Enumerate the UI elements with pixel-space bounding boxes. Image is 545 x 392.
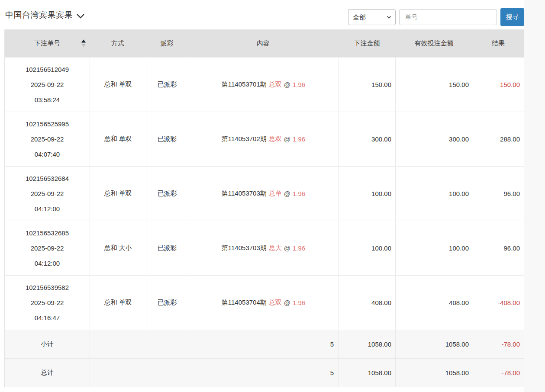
header-order-id-label: 下注单号 (34, 39, 60, 48)
table-header-row: 下注单号 方式 派彩 内容 下注金额 有效投注金额 结果 (5, 29, 524, 57)
content-pick: 总双 (269, 299, 282, 307)
result-cell: 96.00 (473, 167, 524, 221)
sort-asc-icon (81, 40, 86, 43)
content-pick: 总双 (269, 80, 282, 89)
order-date: 2025-09-22 (31, 295, 64, 310)
content-odds: 1.96 (293, 190, 305, 197)
order-number-input[interactable] (399, 9, 497, 25)
header-order-id[interactable]: 下注单号 (5, 29, 90, 57)
order-cell: 102156512049 2025-09-22 03:58:24 (5, 58, 90, 112)
content-odds: 1.96 (293, 135, 305, 143)
method-cell: 总和 单双 (90, 58, 146, 112)
content-period: 第114053703期 (222, 244, 267, 252)
bet-amount-cell: 100.00 (339, 167, 395, 221)
valid-amount-cell: 408.00 (395, 276, 473, 330)
game-selector[interactable]: 中国台湾宾果宾果 (5, 10, 85, 21)
order-time: 04:16:47 (35, 310, 60, 325)
result-cell: 96.00 (473, 221, 524, 275)
at-sign: @ (284, 81, 290, 88)
total-label: 总计 (5, 359, 90, 387)
header-result: 结果 (473, 29, 524, 57)
order-id: 102156539582 (26, 280, 69, 295)
order-cell: 102156525995 2025-09-22 04:07:40 (5, 112, 90, 166)
order-id: 102156532685 (26, 225, 69, 241)
table-body: 102156512049 2025-09-22 03:58:24 总和 单双 已… (5, 57, 524, 330)
page-background-strip (524, 0, 545, 392)
subtotal-valid-amount: 1058.00 (395, 330, 473, 358)
sort-desc-icon (81, 44, 86, 47)
order-date: 2025-09-22 (31, 132, 64, 147)
at-sign: @ (284, 244, 290, 252)
content-cell: 第114053703期 总单 @ 1.96 (188, 167, 339, 221)
header-method: 方式 (90, 29, 146, 57)
content-period: 第114053703期 (222, 190, 267, 198)
order-cell: 102156532684 2025-09-22 04:12:00 (5, 167, 90, 221)
sort-icons (81, 40, 86, 47)
valid-amount-cell: 300.00 (395, 112, 473, 166)
order-date: 2025-09-22 (31, 77, 64, 92)
subtotal-label: 小计 (5, 330, 90, 358)
content-cell: 第114053703期 总大 @ 1.96 (188, 221, 339, 275)
header-valid-amount: 有效投注金额 (395, 29, 473, 57)
header-bet-amount: 下注金额 (339, 29, 395, 57)
bet-type-select[interactable]: 全部 (348, 9, 396, 25)
table-row: 102156532684 2025-09-22 04:12:00 总和 单双 已… (5, 166, 524, 221)
order-date: 2025-09-22 (31, 241, 64, 256)
content-period: 第114053704期 (222, 299, 267, 307)
content-odds: 1.96 (293, 299, 305, 306)
content-pick: 总双 (269, 135, 282, 143)
page-title: 中国台湾宾果宾果 (5, 10, 73, 21)
bet-amount-cell: 300.00 (339, 112, 395, 166)
subtotal-row: 小计 5 1058.00 1058.00 -78.00 (5, 330, 524, 358)
order-time: 03:58:24 (35, 92, 60, 107)
search-controls: 全部 搜寻 (348, 8, 524, 26)
total-bet-amount: 1058.00 (339, 359, 395, 387)
content-cell: 第114053704期 总双 @ 1.96 (188, 276, 339, 330)
valid-amount-cell: 100.00 (395, 221, 473, 275)
total-valid-amount: 1058.00 (395, 359, 473, 387)
order-date: 2025-09-22 (31, 186, 64, 201)
at-sign: @ (284, 135, 290, 143)
content-period: 第114053702期 (222, 135, 267, 143)
table-row: 102156512049 2025-09-22 03:58:24 总和 单双 已… (5, 57, 524, 112)
total-result: -78.00 (473, 359, 524, 387)
content-period: 第114053701期 (222, 80, 267, 89)
page: 中国台湾宾果宾果 全部 搜寻 下注单号 (0, 0, 545, 392)
header-payout: 派彩 (146, 29, 188, 57)
bet-records-table: 下注单号 方式 派彩 内容 下注金额 有效投注金额 结果 10215651204… (4, 29, 524, 387)
payout-cell: 已派彩 (146, 221, 188, 275)
header-content: 内容 (188, 29, 339, 57)
order-id: 102156532684 (26, 171, 69, 186)
topbar: 中国台湾宾果宾果 全部 搜寻 (0, 0, 524, 29)
payout-cell: 已派彩 (146, 167, 188, 221)
order-cell: 102156539582 2025-09-22 04:16:47 (5, 276, 90, 330)
bet-type-select-wrap: 全部 (348, 9, 396, 25)
search-button[interactable]: 搜寻 (500, 8, 524, 26)
subtotal-result: -78.00 (473, 330, 524, 358)
subtotal-bet-amount: 1058.00 (339, 330, 395, 358)
order-id: 102156525995 (26, 116, 69, 132)
order-cell: 102156532685 2025-09-22 04:12:00 (5, 221, 90, 275)
bet-amount-cell: 150.00 (339, 58, 395, 112)
total-row: 总计 5 1058.00 1058.00 -78.00 (5, 358, 524, 387)
table-row: 102156525995 2025-09-22 04:07:40 总和 单双 已… (5, 112, 524, 166)
content-odds: 1.96 (293, 244, 305, 252)
table-row: 102156532685 2025-09-22 04:12:00 总和 大小 已… (5, 221, 524, 275)
subtotal-count: 5 (90, 330, 339, 358)
payout-cell: 已派彩 (146, 112, 188, 166)
at-sign: @ (284, 190, 290, 197)
method-cell: 总和 单双 (90, 276, 146, 330)
method-cell: 总和 大小 (90, 221, 146, 275)
payout-cell: 已派彩 (146, 58, 188, 112)
content-pick: 总大 (269, 244, 282, 252)
total-count: 5 (90, 359, 339, 387)
table-row: 102156539582 2025-09-22 04:16:47 总和 单双 已… (5, 275, 524, 330)
bet-amount-cell: 408.00 (339, 276, 395, 330)
at-sign: @ (284, 299, 290, 306)
order-time: 04:12:00 (35, 201, 60, 216)
result-cell: -408.00 (473, 276, 524, 330)
valid-amount-cell: 100.00 (395, 167, 473, 221)
method-cell: 总和 单双 (90, 167, 146, 221)
method-cell: 总和 单双 (90, 112, 146, 166)
payout-cell: 已派彩 (146, 276, 188, 330)
